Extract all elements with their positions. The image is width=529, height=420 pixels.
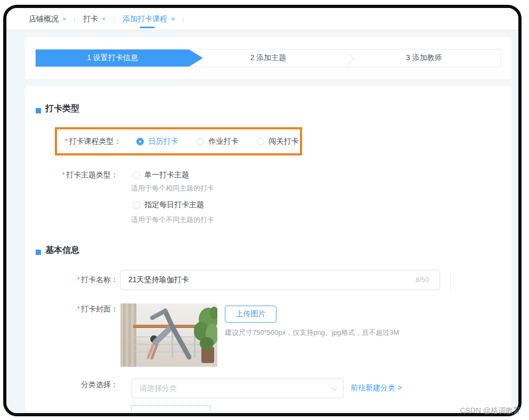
upload-hint-text: 建议尺寸750*500px，仅支持png、jpg格式，且不超过3M <box>225 328 399 337</box>
required-asterisk: * <box>62 170 65 179</box>
radio-calendar-checkin[interactable]: 日历打卡 <box>136 137 178 146</box>
radio-level-checkin[interactable]: 闯关打卡 <box>257 137 298 146</box>
step-arrow-shape <box>189 50 203 67</box>
category-select[interactable]: 请选择分类 <box>132 378 344 398</box>
required-asterisk: * <box>65 137 68 145</box>
single-topic-note: 适用于每个相同主题的打卡 <box>131 184 214 193</box>
theme-type-label: *打卡主题类型： <box>62 169 118 180</box>
radio-unchecked-icon[interactable] <box>133 201 140 209</box>
checkin-name-input[interactable] <box>120 270 440 290</box>
course-type-radio-group: 日历打卡 作业打卡 闯关打卡 <box>136 137 298 146</box>
required-asterisk: * <box>77 304 80 313</box>
category-select-label: 分类选择： <box>81 379 118 390</box>
step-set-checkin-info[interactable]: 1 设置打卡信息 <box>36 50 189 67</box>
radio-checked-icon[interactable] <box>136 138 144 145</box>
radio-unchecked-icon[interactable] <box>257 138 264 145</box>
tab-shop-overview[interactable]: 店铺概况 × <box>29 8 67 30</box>
daily-topic-note: 适用于每个不同主题的打卡 <box>131 215 214 225</box>
wizard-stepper: 1 设置打卡信息 2 添加主题 3 添加教师 <box>35 49 501 67</box>
close-icon[interactable]: × <box>62 15 67 22</box>
radio-unchecked-icon[interactable] <box>197 138 204 145</box>
required-asterisk: * <box>77 275 80 284</box>
form-card: 打卡类型 *打卡课程类型： 日历打卡 作业打卡 闯关打卡 <box>25 86 511 411</box>
tab-label: 打卡 <box>83 14 98 24</box>
scroll-divider <box>450 273 451 290</box>
select-placeholder: 请选择分类 <box>140 384 177 393</box>
radio-label: 闯关打卡 <box>268 137 298 146</box>
close-icon[interactable]: × <box>171 15 175 22</box>
close-icon[interactable]: × <box>102 15 106 22</box>
step-label: 1 设置打卡信息 <box>87 53 138 63</box>
cover-image-yoga[interactable] <box>120 303 217 367</box>
radio-label: 日历打卡 <box>148 137 178 146</box>
chevron-down-icon <box>331 385 337 391</box>
tab-bar: 店铺概况 × | 打卡 × | 添加打卡课程 × | <box>6 8 518 30</box>
checkin-name-label: *打卡名称： <box>77 274 118 285</box>
active-tab-underline <box>140 27 154 28</box>
tab-label: 店铺概况 <box>29 14 59 24</box>
window-frame: 店铺概况 × | 打卡 × | 添加打卡课程 × | 1 设置打卡信息 <box>3 5 522 416</box>
char-counter: 8/50 <box>416 276 429 284</box>
section-bullet-icon <box>36 250 41 255</box>
tab-add-checkin-course[interactable]: 添加打卡课程 × <box>123 8 175 30</box>
tab-separator: | <box>183 15 184 23</box>
step-add-teacher[interactable]: 3 添加教师 <box>347 50 501 67</box>
csdn-watermark: CSDN @格调教育 <box>460 406 520 416</box>
radio-label: 指定每日打卡主题 <box>144 200 204 210</box>
section-title-basic-info: 基本信息 <box>45 245 79 256</box>
radio-label: 作业打卡 <box>208 137 238 146</box>
step-label: 2 添加主题 <box>250 53 287 63</box>
tab-label: 添加打卡课程 <box>123 14 167 24</box>
step-add-topic[interactable]: 2 添加主题 <box>189 50 347 67</box>
tab-separator: | <box>113 15 115 23</box>
section-title-checkin-type: 打卡类型 <box>45 103 79 114</box>
tab-checkin[interactable]: 打卡 × <box>83 8 106 30</box>
radio-daily-topic[interactable]: 指定每日打卡主题 <box>133 200 204 210</box>
highlight-box-course-type: *打卡课程类型： 日历打卡 作业打卡 闯关打卡 <box>55 127 302 155</box>
course-type-label: *打卡课程类型： <box>65 137 121 146</box>
radio-label: 单一打卡主题 <box>144 170 189 180</box>
radio-unchecked-icon[interactable] <box>133 171 140 179</box>
dashed-upload-box[interactable] <box>131 405 211 411</box>
checkin-cover-label: *打卡封面： <box>77 303 118 314</box>
yoga-person-graphic <box>120 303 217 367</box>
step-label: 3 添加教师 <box>406 53 442 63</box>
upload-image-button[interactable]: 上传图片 <box>225 306 276 323</box>
radio-single-topic[interactable]: 单一打卡主题 <box>133 170 189 180</box>
radio-homework-checkin[interactable]: 作业打卡 <box>197 137 238 146</box>
stepper-card: 1 设置打卡信息 2 添加主题 3 添加教师 <box>25 37 511 79</box>
section-bullet-icon <box>36 108 41 113</box>
tab-separator: | <box>74 15 76 23</box>
create-category-link[interactable]: 前往新建分类 > <box>351 383 402 393</box>
